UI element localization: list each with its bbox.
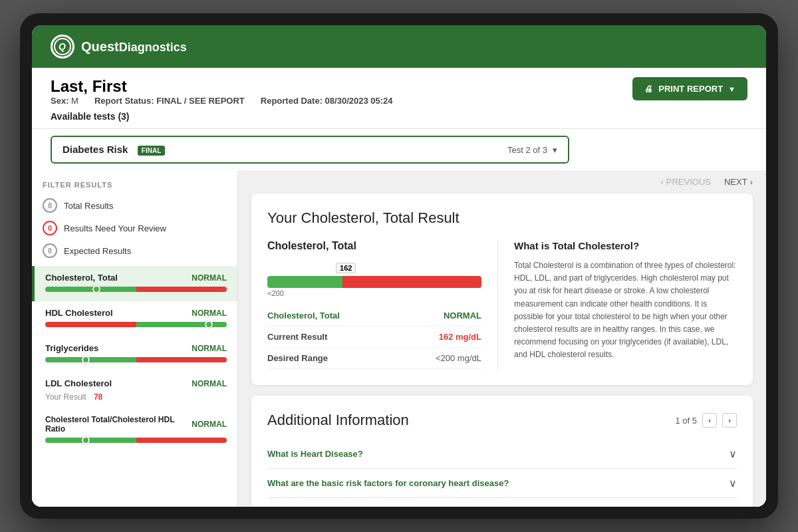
status-label-cell: Cholesterol, Total bbox=[267, 305, 398, 327]
chevron-down-icon: ▼ bbox=[728, 85, 735, 93]
logo-light: Diagnostics bbox=[119, 41, 187, 54]
app-header: Q QuestDiagnostics bbox=[32, 25, 766, 68]
sex-value: M bbox=[71, 96, 78, 106]
previous-button[interactable]: ‹ PREVIOUS bbox=[660, 177, 711, 187]
result-item-ratio[interactable]: Cholesterol Total/Cholesterol HDL Ratio … bbox=[32, 408, 237, 452]
result-item-ldl[interactable]: LDL Cholesterol NORMAL Your Result 78 bbox=[32, 372, 237, 408]
logo-bold: Quest bbox=[81, 39, 119, 54]
result-item-triglycerides[interactable]: Triglycerides NORMAL bbox=[32, 336, 237, 372]
hdl-range-bar bbox=[45, 322, 227, 327]
date-label: Reported Date: bbox=[261, 96, 323, 106]
result-item-cholesterol-total[interactable]: Cholesterol, Total NORMAL bbox=[32, 266, 237, 301]
chevron-right-icon: › bbox=[750, 177, 753, 187]
info-panel-title: What is Total Cholesterol? bbox=[514, 240, 737, 251]
chevron-left-icon: ‹ bbox=[660, 177, 663, 187]
status-value: FINAL / SEE REPORT bbox=[156, 96, 245, 106]
test-nav-right: Test 2 of 3 ▾ bbox=[507, 145, 557, 155]
filter-label-expected: Expected Results bbox=[64, 246, 131, 256]
test-badge: FINAL bbox=[138, 146, 165, 156]
result-card-body: Cholesterol, Total 162 bbox=[267, 240, 737, 369]
test-selector-bar: Diabetes Risk FINAL Test 2 of 3 ▾ bbox=[32, 129, 766, 170]
logo-area: Q QuestDiagnostics bbox=[51, 35, 187, 59]
device-frame: Q QuestDiagnostics Last, First Sex: M bbox=[20, 13, 778, 519]
faq-question-2: What are the basic risk factors for coro… bbox=[267, 478, 509, 488]
bar-sublabel: <200 bbox=[267, 289, 481, 297]
sidebar: FILTER RESULTS 8 Total Results 0 Results… bbox=[32, 170, 238, 507]
filter-badge-total: 8 bbox=[43, 198, 57, 213]
chevron-down-icon: ▾ bbox=[553, 145, 557, 155]
next-page-button[interactable]: › bbox=[722, 413, 737, 428]
filter-badge-review: 0 bbox=[43, 221, 57, 235]
filter-review: 0 Results Need Your Review bbox=[32, 218, 237, 238]
ratio-range-bar bbox=[45, 438, 227, 443]
faq-item-1[interactable]: What is Heart Disease? ∨ bbox=[267, 440, 737, 469]
cholesterol-range-bar bbox=[45, 287, 227, 292]
result-item-header: Cholesterol, Total NORMAL bbox=[45, 273, 227, 283]
current-result-value: 162 mg/dL bbox=[398, 327, 481, 348]
test-selector-dropdown[interactable]: Diabetes Risk FINAL Test 2 of 3 ▾ bbox=[51, 136, 569, 164]
body-layout: FILTER RESULTS 8 Total Results 0 Results… bbox=[32, 170, 766, 507]
test-nav-label: Test 2 of 3 bbox=[507, 145, 547, 155]
result-navigation: ‹ PREVIOUS NEXT › bbox=[251, 170, 753, 194]
screen: Q QuestDiagnostics Last, First Sex: M bbox=[32, 25, 766, 507]
cholesterol-label: Cholesterol, Total bbox=[267, 240, 481, 252]
right-content: ‹ PREVIOUS NEXT › Your Cholesterol, Tota… bbox=[238, 170, 766, 507]
current-result-label: Current Result bbox=[267, 327, 398, 348]
svg-text:Q: Q bbox=[59, 41, 66, 52]
logo-text: QuestDiagnostics bbox=[81, 39, 187, 55]
cholesterol-indicator bbox=[92, 285, 100, 293]
prev-page-button[interactable]: ‹ bbox=[702, 413, 717, 428]
status-label: Report Status: bbox=[94, 96, 154, 106]
faq-item-3[interactable]: What other risk factors are there? ∨ bbox=[267, 498, 737, 507]
hdl-indicator bbox=[205, 321, 213, 329]
print-report-button[interactable]: 🖨 PRINT REPORT ▼ bbox=[632, 77, 747, 100]
date-info: Reported Date: 08/30/2023 05:24 bbox=[261, 96, 393, 106]
result-info-panel: What is Total Cholesterol? Total Cholest… bbox=[497, 240, 737, 369]
desired-range-value: <200 mg/dL bbox=[398, 348, 481, 369]
info-panel-text: Total Cholesterol is a combination of th… bbox=[514, 259, 737, 362]
filter-total: 8 Total Results bbox=[32, 196, 237, 215]
filter-title: FILTER RESULTS bbox=[32, 181, 237, 196]
printer-icon: 🖨 bbox=[644, 84, 653, 94]
main-content: Last, First Sex: M Report Status: FINAL … bbox=[32, 68, 766, 507]
tri-range-bar bbox=[45, 357, 227, 362]
bar-green-segment bbox=[267, 276, 342, 288]
filter-label-review: Results Need Your Review bbox=[64, 223, 166, 233]
faq-question-1: What is Heart Disease? bbox=[267, 449, 363, 459]
patient-name: Last, First bbox=[51, 77, 393, 96]
patient-meta: Sex: M Report Status: FINAL / SEE REPORT… bbox=[51, 96, 393, 106]
test-name: Diabetes Risk bbox=[63, 144, 128, 155]
cholesterol-bar-chart: 162 <200 bbox=[267, 263, 481, 297]
additional-header: Additional Information 1 of 5 ‹ › bbox=[267, 412, 737, 429]
status-value-cell: NORMAL bbox=[398, 305, 481, 327]
patient-info: Last, First Sex: M Report Status: FINAL … bbox=[51, 77, 393, 122]
cholesterol-bar bbox=[267, 276, 481, 288]
sex-info: Sex: M bbox=[51, 96, 78, 106]
result-card: Your Cholesterol, Total Result Cholester… bbox=[251, 194, 753, 385]
result-items: Cholesterol, Total NORMAL bbox=[32, 266, 237, 452]
test-selector-left: Diabetes Risk FINAL bbox=[63, 144, 165, 156]
ratio-indicator bbox=[82, 436, 90, 444]
result-left: Cholesterol, Total 162 bbox=[267, 240, 481, 369]
patient-bar: Last, First Sex: M Report Status: FINAL … bbox=[32, 68, 766, 129]
bar-red-segment bbox=[342, 276, 481, 288]
filter-expected: 8 Expected Results bbox=[32, 241, 237, 261]
next-button[interactable]: NEXT › bbox=[724, 177, 753, 187]
result-card-title: Your Cholesterol, Total Result bbox=[267, 209, 737, 227]
chevron-down-icon: ∨ bbox=[729, 506, 737, 507]
result-table: Cholesterol, Total NORMAL Current Result… bbox=[267, 305, 481, 369]
additional-info-card: Additional Information 1 of 5 ‹ › What i… bbox=[251, 396, 753, 507]
chevron-down-icon: ∨ bbox=[729, 477, 737, 489]
logo-icon: Q bbox=[51, 35, 74, 59]
additional-title: Additional Information bbox=[267, 412, 409, 429]
desired-range-label: Desired Range bbox=[267, 348, 398, 369]
status-info: Report Status: FINAL / SEE REPORT bbox=[94, 96, 245, 106]
tri-indicator bbox=[82, 356, 90, 364]
bar-marker: 162 bbox=[336, 263, 356, 273]
available-tests: Available tests (3) bbox=[51, 111, 393, 122]
filter-label-total: Total Results bbox=[64, 201, 113, 211]
result-item-hdl[interactable]: HDL Cholesterol NORMAL bbox=[32, 301, 237, 336]
faq-item-2[interactable]: What are the basic risk factors for coro… bbox=[267, 469, 737, 498]
filter-badge-expected: 8 bbox=[43, 243, 57, 258]
date-value: 08/30/2023 05:24 bbox=[325, 96, 393, 106]
